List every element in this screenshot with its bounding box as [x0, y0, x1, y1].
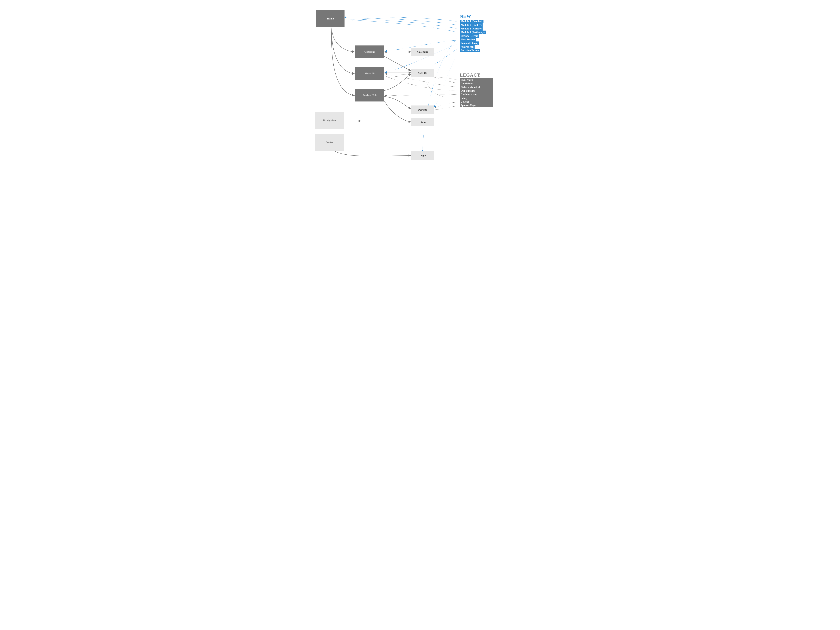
list-item: College	[459, 100, 493, 104]
node-calendar: Calendar	[411, 47, 434, 56]
list-item: Module 1 (Coaches)	[459, 20, 483, 23]
list-item: Privacy / Terms	[459, 34, 479, 38]
list-item: Pennant Lineup	[459, 41, 479, 45]
list-item: Hype video	[459, 78, 493, 82]
list-item: Awards rail	[459, 45, 475, 49]
node-label: About Us	[364, 72, 375, 75]
node-label: Student Hub	[363, 94, 376, 97]
list-item: Coach bios	[459, 82, 493, 85]
node-label: Footer	[325, 141, 333, 144]
list-item: Safety	[459, 96, 493, 100]
list-item: Clothing sizing	[459, 93, 493, 96]
list-item: Gallery historical	[459, 85, 493, 89]
node-label: Legal	[420, 154, 426, 157]
node-label: Offerings	[364, 50, 375, 53]
list-item: Hero Section	[459, 38, 476, 41]
list-item: Module 4 (Testimony)	[459, 30, 486, 34]
list-item: Module 2 (Facility)	[459, 23, 483, 27]
list-item: Module 3 (History)	[459, 27, 483, 30]
node-home: Home	[316, 10, 344, 27]
heading-new: NEW	[459, 14, 471, 19]
node-about: About Us	[355, 67, 384, 80]
node-links: Links	[411, 118, 434, 126]
list-item: Our Timeline	[459, 89, 493, 93]
node-label: Navigation	[323, 119, 336, 122]
node-label: Sign Up	[418, 71, 427, 74]
list-new: Module 1 (Coaches) Module 2 (Facility) M…	[459, 20, 486, 52]
heading-legacy: LEGACY	[459, 73, 480, 78]
node-label: Parents	[418, 108, 427, 111]
list-item: Sponsor Page	[459, 104, 493, 107]
node-label: Links	[420, 121, 426, 124]
node-label: Home	[327, 17, 334, 20]
node-signup: Sign Up	[411, 69, 434, 77]
list-legacy: Hype video Coach bios Gallery historical…	[459, 78, 493, 107]
node-parents: Parents	[411, 106, 434, 114]
node-footer: Footer	[316, 134, 344, 151]
sitemap-diagram: Home Navigation Footer Offerings About U…	[303, 0, 537, 175]
node-student-hub: Student Hub	[355, 89, 384, 101]
list-item: Donation Button	[459, 49, 480, 52]
node-label: Calendar	[417, 51, 428, 54]
node-navigation: Navigation	[316, 112, 344, 129]
node-offerings: Offerings	[355, 46, 384, 58]
node-legal: Legal	[411, 151, 434, 159]
